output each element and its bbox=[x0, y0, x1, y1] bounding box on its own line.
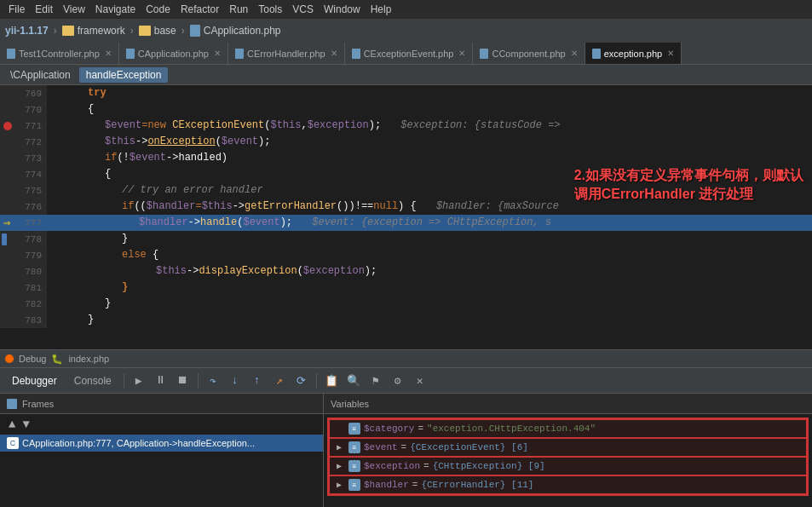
frames-header-label: Frames bbox=[22, 399, 54, 409]
frames-header-icon bbox=[7, 399, 17, 409]
project-name: yii-1.1.17 bbox=[5, 25, 49, 37]
tab-label-1: CApplication.php bbox=[138, 49, 209, 59]
btn-step-into[interactable]: ↓ bbox=[226, 372, 245, 390]
code-line-777: ⇒ 777 $handler->handle($event); $event: … bbox=[0, 215, 812, 231]
menu-vcs[interactable]: VCS bbox=[287, 3, 319, 15]
var-item-category[interactable]: ≡ $category = "exception.CHttpException.… bbox=[329, 419, 807, 438]
code-line-780: 780 $this->displayException($exception); bbox=[0, 263, 812, 279]
tab-cexceptionevent[interactable]: CExceptionEvent.php ✕ bbox=[345, 43, 474, 64]
line-content-771: $event=new CExceptionEvent($this,$except… bbox=[47, 118, 561, 134]
var-item-event[interactable]: ▶ ≡ $event = {CExceptionEvent} [6] bbox=[329, 438, 807, 457]
btn-search[interactable]: 🔍 bbox=[344, 372, 363, 390]
btn-settings[interactable]: ⚙ bbox=[389, 372, 407, 390]
menu-edit[interactable]: Edit bbox=[30, 3, 58, 15]
menu-run[interactable]: Run bbox=[224, 3, 253, 15]
line-content-782: } bbox=[47, 296, 111, 312]
gutter-780: 780 bbox=[0, 263, 47, 279]
tab-close-3[interactable]: ✕ bbox=[458, 49, 465, 58]
menu-code[interactable]: Code bbox=[141, 3, 176, 15]
menu-window[interactable]: Window bbox=[319, 3, 366, 15]
tab-debugger[interactable]: Debugger bbox=[5, 373, 64, 389]
line-content-775: // try an error handler bbox=[47, 182, 263, 199]
gutter-776: 776 bbox=[0, 199, 47, 215]
breadcrumb-framework-label: framework bbox=[78, 25, 125, 37]
toolbar-sep-1 bbox=[124, 373, 124, 389]
var-expand-event[interactable]: ▶ bbox=[337, 442, 345, 452]
menu-help[interactable]: Help bbox=[366, 3, 397, 15]
var-value-event: {CExceptionEvent} [6] bbox=[410, 442, 528, 452]
frames-nav-down[interactable]: ▼ bbox=[20, 418, 31, 431]
tabs-bar: Test1Controller.php ✕ CApplication.php ✕… bbox=[0, 43, 812, 65]
frames-header: Frames bbox=[0, 394, 323, 414]
tab-ccomponent[interactable]: CComponent.php ✕ bbox=[473, 43, 585, 64]
tab-close-0[interactable]: ✕ bbox=[105, 49, 112, 58]
btn-pause[interactable]: ⏸ bbox=[152, 372, 170, 390]
btn-stop[interactable]: ⏹ bbox=[174, 372, 193, 390]
btn-close-debug[interactable]: ✕ bbox=[411, 372, 429, 390]
menu-view[interactable]: View bbox=[58, 3, 90, 15]
menu-tools[interactable]: Tools bbox=[253, 3, 287, 15]
breadcrumb-file[interactable]: CApplication.php bbox=[190, 25, 281, 37]
breadcrumb-framework[interactable]: framework bbox=[62, 25, 125, 37]
menu-navigate[interactable]: Navigate bbox=[90, 3, 141, 15]
tab-capplication[interactable]: CApplication.php ✕ bbox=[119, 43, 228, 64]
breadcrumb-file-label: CApplication.php bbox=[204, 25, 281, 37]
bc-capplication[interactable]: \CApplication bbox=[3, 67, 78, 83]
breakpoint-771[interactable] bbox=[3, 122, 12, 130]
menu-refactor[interactable]: Refactor bbox=[176, 3, 224, 15]
btn-resume[interactable]: ▶ bbox=[130, 372, 148, 390]
frames-nav: ▲ ▼ bbox=[0, 414, 323, 435]
debug-label: Debug bbox=[19, 354, 46, 364]
btn-eval[interactable]: ⟳ bbox=[292, 372, 311, 390]
gutter-777: ⇒ 777 bbox=[0, 215, 47, 231]
line-content-774: { bbox=[47, 166, 111, 182]
var-item-exception[interactable]: ▶ ≡ $exception = {CHttpException} [9] bbox=[329, 457, 807, 475]
var-item-handler[interactable]: ▶ ≡ $handler = {CErrorHandler} [11] bbox=[329, 475, 807, 494]
line-content-778: } bbox=[47, 231, 128, 247]
code-line-783: 783 } bbox=[0, 312, 812, 328]
code-line-769: 769 try bbox=[0, 85, 812, 101]
code-line-772: 772 $this->onException($event); bbox=[0, 134, 812, 150]
toolbar-sep-2 bbox=[198, 373, 199, 389]
tab-close-5[interactable]: ✕ bbox=[667, 49, 674, 58]
var-eq-category: = bbox=[418, 423, 423, 434]
var-expand-handler[interactable]: ▶ bbox=[337, 480, 345, 490]
var-expand-exception[interactable]: ▶ bbox=[337, 461, 345, 471]
gutter-771: 771 bbox=[0, 118, 47, 134]
btn-run-cursor[interactable]: ↗ bbox=[270, 372, 289, 390]
tab-console[interactable]: Console bbox=[67, 373, 118, 389]
tab-label-0: Test1Controller.php bbox=[19, 49, 100, 59]
tab-icon-5 bbox=[592, 49, 601, 59]
line-content-780: $this->displayException($exception); bbox=[47, 263, 377, 279]
title-sep1: › bbox=[54, 25, 57, 37]
tab-label-3: CExceptionEvent.php bbox=[364, 49, 454, 59]
code-line-781: 781 } bbox=[0, 279, 812, 296]
menu-file[interactable]: File bbox=[3, 3, 30, 15]
line-content-773: if(!$event->handled) bbox=[47, 150, 227, 166]
line-content-783: } bbox=[47, 312, 94, 328]
frame-item-0[interactable]: C CApplication.php:777, CApplication->ha… bbox=[0, 435, 323, 452]
code-line-774: 774 { bbox=[0, 166, 812, 182]
btn-flag[interactable]: ⚑ bbox=[366, 372, 385, 390]
debug-hint-776: $handler: {maxSource bbox=[436, 200, 559, 212]
btn-frames[interactable]: 📋 bbox=[322, 372, 341, 390]
tab-cerrorhandler[interactable]: CErrorHandler.php ✕ bbox=[228, 43, 345, 64]
tab-exception[interactable]: exception.php ✕ bbox=[585, 43, 682, 64]
tab-test1controller[interactable]: Test1Controller.php ✕ bbox=[0, 43, 119, 64]
tab-close-2[interactable]: ✕ bbox=[331, 49, 337, 58]
btn-step-over[interactable]: ↷ bbox=[204, 372, 222, 390]
toolbar-sep-3 bbox=[316, 373, 317, 389]
code-line-771: 771 $event=new CExceptionEvent($this,$ex… bbox=[0, 118, 812, 134]
breadcrumb-base[interactable]: base bbox=[139, 25, 176, 37]
var-value-handler: {CErrorHandler} [11] bbox=[421, 480, 533, 490]
tab-close-4[interactable]: ✕ bbox=[571, 49, 578, 58]
frames-nav-up[interactable]: ▲ bbox=[7, 418, 17, 431]
tab-icon-2 bbox=[235, 49, 244, 59]
gutter-775: 775 bbox=[0, 182, 47, 199]
tab-icon-4 bbox=[480, 49, 488, 59]
code-line-779: 779 else { bbox=[0, 247, 812, 263]
blue-marker-778 bbox=[2, 233, 7, 245]
bc-handleexception[interactable]: handleException bbox=[79, 67, 169, 83]
tab-close-1[interactable]: ✕ bbox=[214, 49, 221, 58]
btn-step-out[interactable]: ↑ bbox=[248, 372, 267, 390]
